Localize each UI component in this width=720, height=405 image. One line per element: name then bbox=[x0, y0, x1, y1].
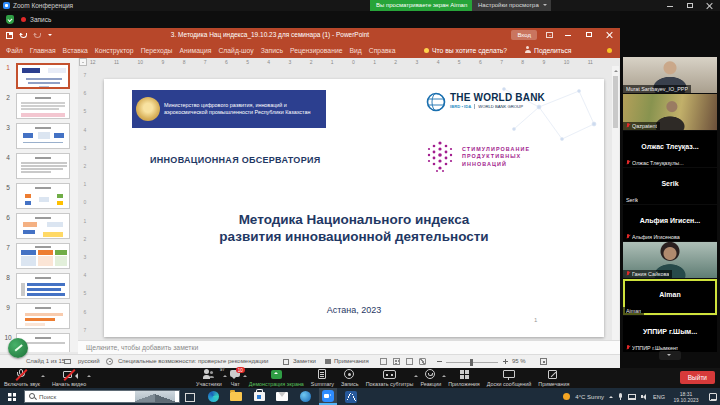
toolbar-button[interactable]: Демонстрация экрана bbox=[249, 369, 304, 387]
comments-toggle-button[interactable]: Примечания bbox=[334, 355, 369, 368]
ribbon-tab[interactable]: Файл bbox=[6, 47, 23, 54]
slide-thumbnail-item[interactable]: 9 bbox=[0, 303, 78, 329]
zoom-in-icon[interactable] bbox=[503, 361, 508, 362]
share-button[interactable]: Поделиться bbox=[524, 42, 572, 58]
network-icon[interactable] bbox=[628, 394, 636, 400]
slideshow-icon[interactable] bbox=[419, 358, 426, 365]
start-button[interactable] bbox=[0, 388, 24, 405]
store-app-icon[interactable] bbox=[250, 388, 268, 405]
slide-thumbnail-item[interactable]: 2 bbox=[0, 93, 78, 119]
ribbon-display-options-icon[interactable] bbox=[546, 32, 553, 38]
slide-thumbnail-image[interactable] bbox=[16, 243, 70, 269]
ribbon-tab[interactable]: Слайд-шоу bbox=[218, 47, 253, 54]
toolbar-button[interactable]: Реакции bbox=[420, 369, 441, 387]
language-indicator[interactable]: русский bbox=[78, 355, 100, 368]
ribbon-tab[interactable]: Запись bbox=[261, 47, 283, 54]
ribbon-tab[interactable]: Главная bbox=[30, 47, 56, 54]
ribbon-tab[interactable]: Рецензирование bbox=[290, 47, 342, 54]
scroll-up-icon[interactable] bbox=[614, 68, 618, 72]
redo-icon[interactable] bbox=[34, 33, 41, 38]
slide-thumbnail-image[interactable] bbox=[16, 93, 70, 119]
slide-scrollbar[interactable] bbox=[612, 66, 619, 340]
caret-up-icon[interactable] bbox=[243, 373, 247, 377]
slide-thumbnail-image[interactable] bbox=[16, 183, 70, 209]
slide-footer[interactable]: Астана, 2023 bbox=[104, 305, 604, 315]
ribbon-tab[interactable]: Конструктор bbox=[95, 47, 134, 54]
toolbar-button[interactable]: Запись bbox=[341, 369, 359, 387]
slide-thumbnail-item[interactable]: 5 bbox=[0, 183, 78, 209]
accessibility-status[interactable]: Специальные возможности: проверьте реком… bbox=[118, 355, 268, 368]
slide-sorter-icon[interactable] bbox=[393, 358, 400, 365]
participant-tile[interactable]: Serik Serik bbox=[623, 168, 717, 204]
mail-app-icon[interactable] bbox=[273, 388, 291, 405]
previous-slide-icon[interactable] bbox=[614, 317, 618, 321]
accessibility-icon[interactable] bbox=[106, 358, 113, 365]
sign-in-button[interactable]: Вход bbox=[511, 30, 537, 40]
encryption-shield-icon[interactable] bbox=[6, 15, 14, 24]
toolbar-button[interactable]: Начать видео bbox=[52, 369, 86, 387]
toolbar-button[interactable]: Включить звук bbox=[4, 369, 40, 387]
toolbar-button[interactable]: 97 Участники bbox=[196, 369, 222, 387]
slide-thumbnail-image[interactable] bbox=[16, 123, 70, 149]
caret-up-icon[interactable] bbox=[442, 373, 446, 377]
ribbon-tab[interactable]: Переходы bbox=[141, 47, 173, 54]
scroll-down-icon[interactable] bbox=[614, 331, 618, 335]
slide-canvas[interactable]: Министерство цифрового развития, инновац… bbox=[104, 79, 604, 337]
zoom-app-taskbar-icon[interactable] bbox=[319, 388, 337, 405]
tell-me-search[interactable]: Что вы хотите сделать? bbox=[424, 42, 507, 58]
participant-tile[interactable]: Qazpatent bbox=[623, 94, 717, 130]
observatory-heading[interactable]: ИННОВАЦИОННАЯ ОБСЕРВАТОРИЯ bbox=[150, 155, 321, 165]
slide-thumbnail-item[interactable]: 1 bbox=[0, 63, 78, 89]
tray-mic-icon[interactable] bbox=[618, 393, 623, 401]
minimize-button[interactable] bbox=[660, 0, 680, 11]
slide-thumbnail-item[interactable]: 3 bbox=[0, 123, 78, 149]
zoom-percentage[interactable]: 95 % bbox=[512, 355, 526, 368]
fit-to-window-icon[interactable] bbox=[540, 358, 547, 365]
participant-tile[interactable]: Олжас Тлеуқаз... Олжас Тлеуқазулы... bbox=[623, 131, 717, 167]
ppt-maximize-button[interactable] bbox=[583, 28, 595, 42]
slide-thumbnail-image[interactable] bbox=[16, 273, 70, 299]
slide-thumbnail-item[interactable]: 6 bbox=[0, 213, 78, 239]
slide-thumbnail-item[interactable]: 8 bbox=[0, 273, 78, 299]
caret-up-icon[interactable] bbox=[87, 373, 91, 377]
participant-tile[interactable]: Murat Sartbayev_IO_PPP bbox=[623, 57, 717, 93]
notes-toggle-button[interactable]: Заметки bbox=[293, 355, 316, 368]
hidden-icons-chevron[interactable] bbox=[609, 394, 613, 398]
next-slide-icon[interactable] bbox=[614, 324, 618, 328]
search-highlight-image[interactable] bbox=[135, 391, 175, 402]
weather-sun-icon[interactable] bbox=[563, 393, 570, 400]
caret-up-icon[interactable] bbox=[414, 373, 418, 377]
ppt-close-button[interactable] bbox=[604, 28, 616, 42]
leave-meeting-button[interactable]: Выйти bbox=[680, 371, 715, 384]
notes-pane[interactable]: Щелкните, чтобы добавить заметки bbox=[78, 340, 620, 354]
scrollbar-thumb[interactable] bbox=[613, 76, 618, 128]
ppt-minimize-button[interactable] bbox=[562, 28, 574, 42]
view-settings-button[interactable]: Настройки просмотра bbox=[472, 0, 551, 11]
close-button[interactable] bbox=[700, 0, 720, 11]
slide-thumbnail-item[interactable]: 7 bbox=[0, 243, 78, 269]
toolbar-button[interactable]: Доски сообщений bbox=[487, 369, 531, 387]
taskbar-search-input[interactable]: Поиск bbox=[24, 390, 180, 403]
ribbon-tab[interactable]: Вид bbox=[349, 47, 361, 54]
toolbar-button[interactable]: Приложения bbox=[448, 369, 480, 387]
weather-status[interactable]: 4°C Sunny bbox=[575, 394, 604, 400]
slide-thumbnail-image[interactable] bbox=[16, 303, 70, 329]
edge-app-icon[interactable] bbox=[204, 388, 222, 405]
caret-up-icon[interactable] bbox=[223, 373, 227, 377]
toolbar-button[interactable]: Показать субтитры bbox=[366, 369, 414, 387]
volume-icon[interactable] bbox=[641, 393, 648, 400]
slide-title[interactable]: Методика Национального индекса развития … bbox=[104, 211, 604, 245]
ribbon-tab[interactable]: Анимация bbox=[180, 47, 212, 54]
participant-tile[interactable]: Альфия Игисен... Альфия Игисенова bbox=[623, 205, 717, 241]
save-icon[interactable] bbox=[6, 32, 13, 39]
participant-tile[interactable]: Aiman Aiman bbox=[623, 279, 717, 315]
undo-icon[interactable] bbox=[20, 33, 27, 38]
display-settings-icon[interactable] bbox=[64, 359, 71, 364]
zoom-out-icon[interactable] bbox=[437, 361, 442, 362]
qat-dropdown-icon[interactable] bbox=[48, 34, 52, 38]
ribbon-tab[interactable]: Вставка bbox=[63, 47, 88, 54]
ribbon-tab[interactable]: Справка bbox=[369, 47, 396, 54]
toolbar-button[interactable]: 10 Чат bbox=[229, 369, 242, 387]
browser-app-icon[interactable] bbox=[296, 388, 314, 405]
slide-thumbnail-item[interactable]: 4 bbox=[0, 153, 78, 179]
